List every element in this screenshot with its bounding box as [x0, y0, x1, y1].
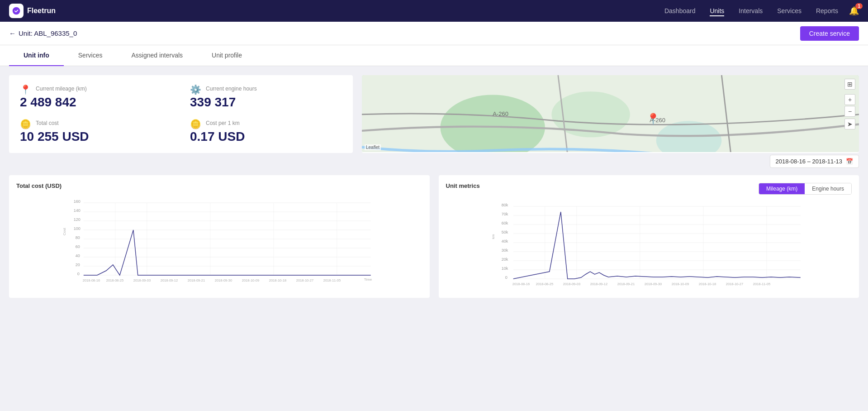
mileage-toggle-button[interactable]: Mileage (km) — [759, 183, 805, 194]
engine-icon: ⚙️ — [190, 84, 201, 95]
svg-point-0 — [13, 7, 20, 15]
svg-text:80: 80 — [76, 235, 80, 240]
svg-text:2018-09-03: 2018-09-03 — [133, 278, 151, 282]
main-content: 📍 Current mileage (km) 2 489 842 ⚙️ Curr… — [0, 66, 868, 307]
mileage-value: 2 489 842 — [20, 95, 172, 110]
svg-text:120: 120 — [74, 217, 81, 222]
svg-text:km: km — [491, 234, 495, 239]
svg-text:100: 100 — [74, 226, 81, 231]
top-nav: Fleetrun Dashboard Units Intervals Servi… — [0, 0, 868, 22]
svg-text:2018-09-03: 2018-09-03 — [563, 282, 580, 286]
svg-text:2018-10-09: 2018-10-09 — [242, 278, 259, 282]
engine-hours-stat: ⚙️ Current engine hours 339 317 — [190, 84, 342, 110]
svg-text:10k: 10k — [501, 266, 508, 271]
mileage-label: Current mileage (km) — [36, 86, 87, 92]
map-roads-svg: А-260 А-260 — [362, 75, 859, 152]
right-chart: Unit metrics Mileage (km) Engine hours 8… — [439, 175, 859, 298]
map-section: А-260 А-260 📍 Leaflet ⊞ + − ➤ — [362, 75, 859, 153]
total-cost-stat: 🪙 Total cost 10 255 USD — [20, 119, 172, 144]
cost-icon-row: 🪙 Total cost — [20, 119, 172, 129]
right-chart-title: Unit metrics — [446, 182, 480, 189]
engine-icon-row: ⚙️ Current engine hours — [190, 84, 342, 95]
svg-text:0: 0 — [77, 272, 80, 276]
cost-per-km-value: 0.17 USD — [190, 129, 342, 144]
svg-text:20: 20 — [76, 263, 80, 267]
map-locate-button[interactable]: ➤ — [844, 119, 855, 129]
nav-services[interactable]: Services — [777, 5, 802, 16]
svg-text:60: 60 — [76, 244, 80, 249]
nav-links: Dashboard Units Intervals Services Repor… — [664, 5, 838, 16]
tab-unit-profile[interactable]: Unit profile — [197, 45, 256, 66]
tab-services[interactable]: Services — [64, 45, 117, 66]
nav-intervals[interactable]: Intervals — [739, 5, 763, 16]
nav-reports[interactable]: Reports — [816, 5, 838, 16]
stats-map-row: 📍 Current mileage (km) 2 489 842 ⚙️ Curr… — [9, 75, 859, 153]
svg-text:2018-09-12: 2018-09-12 — [590, 282, 607, 286]
svg-text:2018-10-18: 2018-10-18 — [698, 282, 716, 286]
svg-text:60k: 60k — [501, 221, 508, 225]
map-container[interactable]: А-260 А-260 📍 Leaflet ⊞ + − ➤ — [362, 75, 859, 152]
tab-unit-info[interactable]: Unit info — [9, 45, 64, 66]
map-placeholder: А-260 А-260 📍 Leaflet — [362, 75, 859, 152]
svg-text:2018-11-05: 2018-11-05 — [753, 282, 770, 286]
unit-title: Unit: ABL_96335_0 — [19, 29, 77, 37]
svg-text:50k: 50k — [501, 230, 508, 234]
total-cost-chart: 160 140 120 100 80 60 40 20 0 Cost — [16, 195, 422, 285]
total-cost-value: 10 255 USD — [20, 129, 172, 144]
engine-hours-toggle-button[interactable]: Engine hours — [805, 183, 851, 194]
mileage-icon: 📍 — [20, 84, 31, 95]
svg-text:2018-09-21: 2018-09-21 — [617, 282, 634, 286]
svg-text:2018-10-18: 2018-10-18 — [269, 278, 286, 282]
cost-per-km-stat: 🪙 Cost per 1 km 0.17 USD — [190, 119, 342, 144]
logo: Fleetrun — [9, 4, 56, 18]
svg-text:2018-11-05: 2018-11-05 — [323, 278, 341, 282]
calendar-icon: 📅 — [846, 158, 853, 165]
svg-text:А-260: А-260 — [493, 110, 508, 117]
svg-text:0: 0 — [505, 275, 507, 280]
svg-text:40: 40 — [76, 253, 80, 258]
right-chart-header: Unit metrics Mileage (km) Engine hours — [446, 182, 852, 195]
nav-dashboard[interactable]: Dashboard — [664, 5, 696, 16]
metric-toggle: Mileage (km) Engine hours — [759, 183, 852, 195]
cost-per-km-label: Cost per 1 km — [206, 120, 240, 126]
date-range-row: 2018-08-16 – 2018-11-13 📅 — [9, 155, 859, 168]
date-range-value: 2018-08-16 – 2018-11-13 — [776, 158, 842, 165]
left-chart: Total cost (USD) 160 140 120 100 80 60 4… — [9, 175, 430, 298]
logo-icon — [9, 4, 24, 18]
create-service-button[interactable]: Create service — [800, 26, 859, 41]
svg-text:2018-08-16: 2018-08-16 — [512, 282, 529, 286]
svg-text:Time: Time — [364, 277, 372, 282]
logo-text: Fleetrun — [27, 7, 56, 15]
cost-per-km-icon: 🪙 — [190, 119, 201, 129]
svg-text:2018-10-27: 2018-10-27 — [296, 278, 313, 282]
cost-icon: 🪙 — [20, 119, 31, 129]
svg-text:2018-09-30: 2018-09-30 — [215, 278, 232, 282]
svg-text:70k: 70k — [501, 212, 508, 216]
map-controls: ⊞ + − ➤ — [844, 79, 855, 129]
svg-text:2018-09-30: 2018-09-30 — [644, 282, 661, 286]
svg-text:40k: 40k — [501, 239, 508, 244]
tabs-container: Unit info Services Assigned intervals Un… — [0, 45, 868, 66]
svg-text:80k: 80k — [501, 203, 508, 207]
engine-value: 339 317 — [190, 95, 342, 110]
map-zoom-out-button[interactable]: − — [844, 106, 855, 117]
stats-section: 📍 Current mileage (km) 2 489 842 ⚙️ Curr… — [9, 75, 353, 153]
svg-text:2018-08-25: 2018-08-25 — [536, 282, 553, 286]
total-cost-label: Total cost — [36, 120, 59, 126]
notification-badge: 1 — [855, 3, 863, 9]
map-layers-button[interactable]: ⊞ — [844, 79, 855, 90]
map-zoom-in-button[interactable]: + — [844, 94, 855, 105]
svg-text:2018-09-12: 2018-09-12 — [161, 278, 178, 282]
svg-text:2018-08-16: 2018-08-16 — [83, 278, 100, 282]
sub-header: ← Unit: ABL_96335_0 Create service — [0, 22, 868, 45]
tab-assigned-intervals[interactable]: Assigned intervals — [117, 45, 197, 66]
nav-units[interactable]: Units — [710, 5, 724, 16]
svg-text:2018-08-25: 2018-08-25 — [106, 278, 123, 282]
engine-label: Current engine hours — [206, 86, 257, 92]
mileage-stat: 📍 Current mileage (km) 2 489 842 — [20, 84, 172, 110]
notification-bell[interactable]: 🔔 1 — [849, 6, 859, 16]
stats-grid: 📍 Current mileage (km) 2 489 842 ⚙️ Curr… — [20, 84, 342, 144]
svg-text:140: 140 — [74, 208, 81, 213]
date-range-picker[interactable]: 2018-08-16 – 2018-11-13 📅 — [770, 155, 859, 168]
back-button[interactable]: ← Unit: ABL_96335_0 — [9, 29, 77, 37]
